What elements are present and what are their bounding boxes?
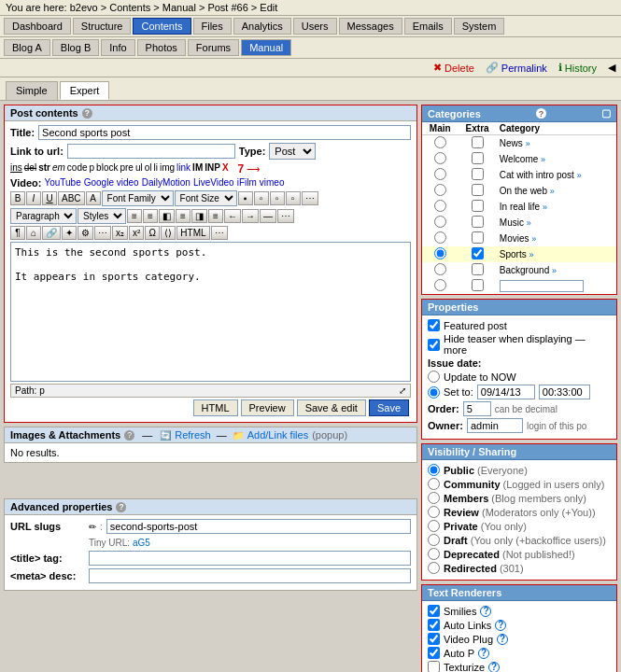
fmt-align-left[interactable]: ◧: [159, 209, 175, 223]
cat-welcome-arrow[interactable]: »: [541, 155, 545, 164]
cat-welcome-main[interactable]: [434, 152, 446, 164]
cat-music-extra[interactable]: [472, 216, 484, 228]
fmt-sup[interactable]: x²: [129, 226, 144, 240]
cat-movies-extra[interactable]: [472, 231, 484, 244]
vis-review-radio[interactable]: [428, 506, 440, 518]
video-livevideo[interactable]: LiveVideo: [193, 177, 234, 189]
ins-item-ol[interactable]: ol: [145, 162, 152, 175]
ins-item-del[interactable]: del: [24, 162, 36, 175]
cat-new-extra[interactable]: [472, 279, 484, 291]
subnav-forums[interactable]: Forums: [188, 39, 239, 56]
cat-news-arrow[interactable]: »: [526, 139, 530, 148]
fmt-indent-inc[interactable]: →: [242, 209, 259, 223]
fmt-html[interactable]: HTML: [176, 226, 209, 240]
vis-redirected-radio[interactable]: [428, 562, 440, 574]
vis-private-radio[interactable]: [428, 520, 440, 532]
fmt-box1[interactable]: ▪: [238, 191, 253, 205]
ins-item-str[interactable]: str: [38, 162, 50, 175]
fmt-more3[interactable]: ⋯: [94, 226, 111, 240]
fmt-list-ul[interactable]: ≡: [127, 209, 142, 223]
font-size-select[interactable]: Font Size: [175, 190, 237, 206]
styles-select[interactable]: Styles: [78, 208, 126, 224]
cat-life-extra[interactable]: [472, 200, 484, 212]
images-help[interactable]: ?: [124, 430, 134, 441]
fmt-abc[interactable]: ABC: [58, 191, 85, 205]
time-input[interactable]: [539, 385, 590, 399]
advanced-help[interactable]: ?: [116, 502, 126, 512]
fmt-more4[interactable]: ⋯: [211, 226, 228, 240]
cat-new-input[interactable]: [500, 280, 584, 292]
vis-deprecated-radio[interactable]: [428, 548, 440, 560]
fmt-hr[interactable]: —: [260, 209, 276, 223]
ins-item-im[interactable]: IM: [192, 162, 203, 175]
nav-emails[interactable]: Emails: [404, 18, 452, 35]
title-input[interactable]: [38, 125, 411, 140]
ins-item-x[interactable]: X: [222, 162, 229, 175]
fmt-list-ol[interactable]: ≡: [143, 209, 158, 223]
tr-smilies-cb[interactable]: [428, 605, 440, 617]
html-button[interactable]: HTML: [193, 399, 238, 416]
post-contents-help[interactable]: ?: [82, 108, 92, 119]
vis-community-radio[interactable]: [428, 478, 440, 490]
cat-web-arrow[interactable]: »: [550, 187, 555, 196]
resize-handle[interactable]: ⤢: [399, 385, 406, 396]
nav-messages[interactable]: Messages: [339, 18, 402, 35]
hide-teaser-checkbox[interactable]: [428, 339, 440, 351]
fmt-italic[interactable]: I: [26, 191, 41, 205]
nav-files[interactable]: Files: [193, 18, 232, 35]
vis-public-radio[interactable]: [428, 464, 440, 476]
ins-item-ul[interactable]: ul: [135, 162, 143, 175]
font-family-select[interactable]: Font Family: [102, 190, 174, 206]
order-input[interactable]: [463, 401, 491, 416]
date-input[interactable]: [477, 385, 535, 399]
cat-bg-main[interactable]: [434, 263, 446, 275]
video-vimeo[interactable]: vimeo: [260, 177, 285, 189]
fmt-special1[interactable]: ¶: [10, 226, 25, 240]
cat-life-main[interactable]: [434, 200, 446, 212]
tr-smilies-help[interactable]: ?: [480, 606, 491, 617]
categories-help[interactable]: ?: [536, 108, 546, 119]
save-button[interactable]: Save: [369, 399, 409, 416]
owner-input[interactable]: [467, 418, 523, 433]
tr-texturize-cb[interactable]: [428, 661, 440, 672]
set-to-radio[interactable]: [428, 386, 440, 399]
tr-videoplug-cb[interactable]: [428, 633, 440, 645]
tr-texturize-help[interactable]: ?: [488, 662, 500, 673]
subnav-photos[interactable]: Photos: [137, 39, 186, 56]
subnav-blogb[interactable]: Blog B: [52, 39, 99, 56]
cat-intro-arrow[interactable]: »: [577, 171, 582, 180]
type-select[interactable]: Post Page Link: [269, 143, 316, 160]
ins-item-img[interactable]: img: [160, 162, 175, 175]
cat-music-arrow[interactable]: »: [527, 218, 531, 228]
fmt-box3[interactable]: ▫: [270, 191, 285, 205]
fmt-align-right[interactable]: ◨: [191, 209, 207, 223]
subnav-info[interactable]: Info: [101, 39, 134, 56]
nav-analytics[interactable]: Analytics: [233, 18, 291, 35]
ins-item-inp[interactable]: INP: [205, 162, 220, 175]
ins-item-em[interactable]: em: [52, 162, 65, 175]
cat-intro-extra[interactable]: [472, 168, 484, 180]
cat-news-main[interactable]: [434, 136, 446, 148]
ins-item-p[interactable]: p: [90, 162, 95, 175]
fmt-box2[interactable]: ▫: [254, 191, 269, 205]
editor-textarea[interactable]: This is the second sports post. It appea…: [10, 242, 411, 382]
fmt-justify[interactable]: ≡: [208, 209, 223, 223]
categories-expand[interactable]: ▢: [601, 107, 611, 119]
tr-videoplug-help[interactable]: ?: [497, 634, 508, 645]
fmt-indent-dec[interactable]: ←: [224, 209, 241, 223]
meta-desc-input[interactable]: [89, 568, 411, 583]
add-files-link[interactable]: Add/Link files: [247, 429, 308, 441]
cat-bg-extra[interactable]: [472, 263, 484, 275]
tr-autolinks-cb[interactable]: [428, 619, 440, 631]
cat-movies-main[interactable]: [434, 231, 446, 244]
fmt-special5[interactable]: ⚙: [78, 226, 93, 240]
vis-members-radio[interactable]: [428, 492, 440, 504]
fmt-bold[interactable]: B: [10, 191, 25, 205]
tab-simple[interactable]: Simple: [6, 81, 58, 100]
fmt-box4[interactable]: ▫: [286, 191, 301, 205]
vis-draft-radio[interactable]: [428, 534, 440, 546]
video-dailymotion[interactable]: DailyMotion: [142, 177, 191, 189]
tiny-url-link[interactable]: aG5: [133, 538, 150, 548]
edit-slug-icon[interactable]: ✏: [89, 522, 96, 532]
video-ifilm[interactable]: iFilm: [237, 177, 257, 189]
